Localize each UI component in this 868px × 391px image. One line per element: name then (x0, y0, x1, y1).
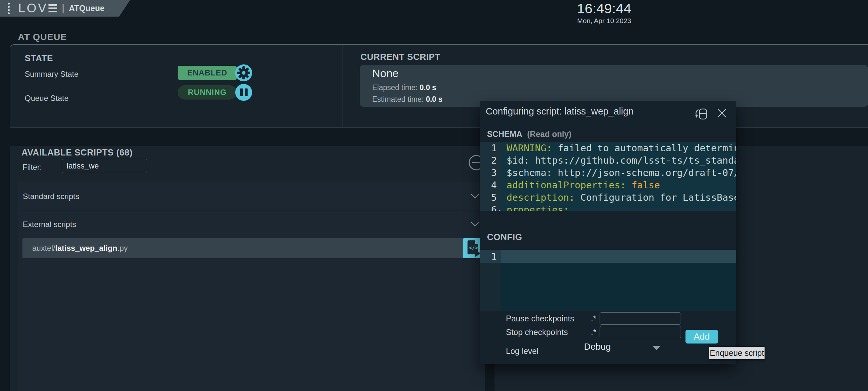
elapsed-time-value: 0.0 s (420, 83, 436, 92)
stop-checkpoints-label: Stop checkpoints (506, 328, 580, 337)
summary-state-badge: ENABLED (178, 66, 237, 80)
available-scripts-title: AVAILABLE SCRIPTS (68) (22, 148, 133, 158)
stop-checkpoints-regex: .* (580, 328, 599, 337)
filter-label: Filter: (23, 163, 42, 172)
dropdown-caret-icon[interactable] (653, 346, 660, 350)
queue-summary-panel: STATE Summary State ENABLED (10, 44, 868, 128)
stop-checkpoints-input[interactable] (599, 326, 681, 338)
script-list-item[interactable]: auxtel/latiss_wep_align.py </> (23, 238, 485, 258)
config-gutter: 1 (480, 250, 501, 311)
top-bar: LOV | ATQueue (0, 0, 130, 17)
external-scripts-accordion[interactable]: External scripts (18, 211, 485, 238)
schema-readonly-note: (Read only) (527, 129, 571, 138)
logo-e-icon (49, 4, 57, 12)
estimated-time-value: 0.0 s (426, 95, 442, 103)
elapsed-time: Elapsed time: 0.0 s (372, 83, 436, 92)
estimated-time-label: Estimated time: (372, 95, 424, 103)
config-editor[interactable]: 1 (480, 250, 736, 311)
schema-line-number: 4 (480, 179, 501, 191)
external-scripts-label: External scripts (23, 220, 76, 229)
summary-state-label: Summary State (25, 70, 79, 79)
schema-line-number: 1 (480, 142, 501, 154)
page-title: AT QUEUE (18, 32, 67, 42)
pause-checkpoints-regex: .* (580, 314, 599, 323)
script-name: latiss_wep_align (55, 243, 118, 253)
script-path-prefix: auxtel/ (32, 243, 55, 253)
fold-caret-icon[interactable]: ▾ (498, 204, 501, 211)
clock-date: Mon, Apr 10 2023 (563, 17, 645, 25)
current-script-name: None (372, 67, 399, 80)
script-path: auxtel/latiss_wep_align.py (32, 238, 127, 258)
schema-title: SCHEMA (487, 129, 522, 138)
clock-time: 16:49:44 (563, 1, 645, 17)
schema-code-line: $schema: http://json-schema.org/draft-07… (501, 167, 736, 179)
pause-checkpoints-input[interactable] (599, 312, 681, 325)
atqueue-screen: LOV | ATQueue 16:49:44 Mon, Apr 10 2023 … (0, 0, 868, 391)
rotate-layout-button[interactable] (694, 106, 709, 123)
logo-separator: | (62, 2, 64, 13)
kebab-menu-icon[interactable] (8, 3, 10, 14)
queue-state-badge: RUNNING (178, 85, 237, 100)
schema-line-number: 5 (480, 191, 501, 204)
state-title: STATE (25, 53, 53, 63)
modal-title: Configuring script: latiss_wep_align (486, 106, 634, 117)
current-script-card: None Elapsed time: 0.0 s Estimated time:… (360, 65, 868, 107)
stop-checkpoints-row: Stop checkpoints .* (506, 325, 681, 339)
schema-code-line: WARNING: failed to automatically determi… (501, 142, 736, 154)
scripts-list: Standard scripts External scripts auxtel… (18, 182, 485, 391)
schema-line-number: 2 (480, 154, 501, 167)
logo-text: LOV (18, 1, 48, 15)
config-title: CONFIG (487, 232, 522, 242)
script-file-icon: </> (466, 239, 482, 258)
schema-code-line: $id: https://github.com/lsst-ts/ts_stand… (501, 154, 736, 167)
schema-line-number: 3 (480, 167, 501, 179)
current-script-title: CURRENT SCRIPT (361, 52, 440, 62)
schema-editor[interactable]: 123456▾ WARNING: failed to automatically… (480, 142, 736, 211)
pause-queue-button[interactable] (235, 84, 252, 101)
standard-scripts-label: Standard scripts (23, 192, 79, 201)
config-line-number: 1 (480, 250, 501, 263)
enqueue-script-tooltip: Enqueue script (709, 347, 765, 359)
app-name: ATQueue (69, 4, 104, 13)
schema-code: WARNING: failed to automatically determi… (501, 142, 736, 211)
schema-heading: SCHEMA (Read only) (487, 129, 571, 139)
schema-code-line: description: Configuration for LatissBas… (501, 191, 736, 204)
svg-text:</>: </> (469, 245, 478, 251)
queue-state-label: Queue State (25, 94, 69, 103)
log-level-select[interactable]: Debug (584, 341, 611, 352)
script-extension: .py (117, 243, 127, 253)
log-level-label: Log level (506, 347, 580, 356)
rotate-panel-icon (694, 106, 709, 122)
gear-icon (235, 64, 252, 81)
pause-checkpoints-label: Pause checkpoints (506, 314, 580, 323)
pause-icon (240, 89, 248, 96)
summary-state-settings-button[interactable] (235, 64, 252, 81)
schema-gutter: 123456▾ (480, 142, 501, 211)
schema-code-line: properties: (501, 204, 736, 211)
configure-script-modal: Configuring script: latiss_wep_align SCH… (480, 101, 736, 364)
standard-scripts-accordion[interactable]: Standard scripts (18, 182, 485, 211)
close-modal-button[interactable] (717, 108, 727, 120)
config-active-line[interactable] (501, 250, 736, 263)
clock: 16:49:44 Mon, Apr 10 2023 (563, 1, 645, 25)
elapsed-time-label: Elapsed time: (372, 83, 417, 92)
pause-checkpoints-row: Pause checkpoints .* (506, 312, 681, 325)
estimated-time: Estimated time: 0.0 s (372, 95, 442, 104)
log-level-row: Log level Debug (506, 344, 688, 358)
filter-input[interactable] (62, 159, 147, 173)
close-icon (717, 108, 727, 119)
available-scripts-panel: AVAILABLE SCRIPTS (68) Filter: Standard … (10, 146, 485, 391)
chevron-down-icon (469, 221, 480, 228)
love-logo: LOV | ATQueue (18, 1, 104, 15)
add-button[interactable]: Add (685, 330, 718, 344)
state-section: STATE Summary State ENABLED (10, 45, 343, 127)
schema-line-number: 6▾ (480, 204, 501, 211)
chevron-down-icon (469, 193, 480, 200)
schema-code-line: additionalProperties: false (501, 179, 736, 191)
